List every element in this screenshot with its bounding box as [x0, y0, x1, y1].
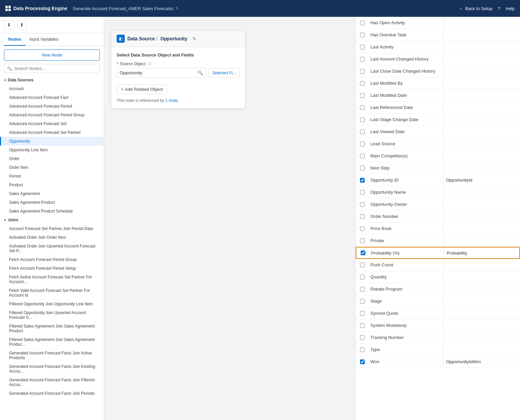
- sidebar-item-filtered-opportunity-join-upserted[interactable]: Filtered Opportunity Join Upserted Accou…: [0, 308, 104, 322]
- field-alias-last-viewed-date[interactable]: [443, 126, 520, 137]
- sidebar-item-fetch-valid-acct-forecast-set-partner[interactable]: Fetch Valid Account Forecast Set Partner…: [0, 286, 104, 300]
- checkbox-last-activity[interactable]: [360, 45, 365, 49]
- checkbox-next-step[interactable]: [360, 166, 365, 170]
- sidebar-item-filtered-opportunity-join-line-item[interactable]: Filtered Opportunity Join Opportunity Li…: [0, 300, 104, 308]
- sidebar-item-generated-acct-forecast-facts-join-existing[interactable]: Generated Account Forecast Facts Join Ex…: [0, 362, 104, 376]
- checkbox-system-modstamp[interactable]: [360, 323, 365, 328]
- sidebar-item-sales-agreement-product[interactable]: Sales Agreement Product: [0, 198, 104, 207]
- checkbox-push-count[interactable]: [360, 263, 365, 267]
- sidebar-item-generated-acct-forecast-facts-join-periods[interactable]: Generated Account Forecast Facts Join Pe…: [0, 389, 104, 398]
- back-to-setup-link[interactable]: ← Back to Setup: [459, 6, 492, 11]
- checkbox-tracking-number[interactable]: [360, 335, 365, 340]
- checkbox-last-viewed-date[interactable]: [360, 129, 365, 134]
- group-joins[interactable]: ▾ Joins: [0, 216, 104, 224]
- sidebar-item-filtered-sales-agreement-join-produc[interactable]: Filtered Sales Agreement Join Sales Agre…: [0, 335, 104, 349]
- sidebar-item-filtered-sales-agreement-join-product[interactable]: Filtered Sales Agreement Join Sales Agre…: [0, 322, 104, 335]
- checkbox-stage[interactable]: [360, 299, 365, 304]
- sidebar-item-adv-acct-forecast-period-group[interactable]: Advanced Account Forecast Period Group: [0, 111, 104, 119]
- sidebar-item-adv-acct-forecast-set-partner[interactable]: Advanced Account Forecast Set Partner: [0, 128, 104, 137]
- tab-nodes[interactable]: Nodes: [4, 33, 26, 46]
- field-alias-quantity[interactable]: [443, 272, 520, 282]
- field-alias-has-overdue-task[interactable]: [443, 30, 520, 40]
- checkbox-synced-quote[interactable]: [360, 311, 365, 316]
- field-alias-rebate-program[interactable]: [443, 284, 520, 294]
- checkbox-opportunity-owner[interactable]: [360, 202, 365, 207]
- sidebar-item-sales-agreement[interactable]: Sales Agreement: [0, 189, 104, 198]
- sidebar-item-fetch-acct-forecast-period-setup[interactable]: Fetch Account Forecast Period Setup: [0, 264, 104, 273]
- sidebar-item-opportunity[interactable]: Opportunity: [0, 137, 104, 146]
- sidebar-item-activated-order-join-upserted[interactable]: Activated Order Join Upserted Account Fo…: [0, 242, 104, 255]
- checkbox-order-number[interactable]: [360, 214, 365, 219]
- checkbox-last-close-date-changed-history[interactable]: [360, 69, 365, 74]
- edit-title-icon[interactable]: ✎: [175, 6, 179, 11]
- sidebar-item-opportunity-line-item[interactable]: Opportunity Line Item: [0, 146, 104, 154]
- field-alias-lead-source[interactable]: [443, 139, 520, 149]
- sidebar-item-account[interactable]: Account: [0, 84, 104, 93]
- field-alias-tracking-number[interactable]: [443, 332, 520, 343]
- group-data-sources[interactable]: ▾ Data Sources: [0, 76, 104, 84]
- edit-datasource-icon[interactable]: ✎: [193, 36, 196, 41]
- checkbox-opportunity-id[interactable]: [360, 178, 365, 183]
- field-alias-has-open-activity[interactable]: [443, 17, 520, 28]
- node-reference-link[interactable]: 1 node.: [165, 98, 179, 103]
- sidebar-item-generated-acct-forecast-facts-join-filtered[interactable]: Generated Account Forecast Facts Join Fi…: [0, 376, 104, 389]
- sidebar-item-acct-forecast-set-partner-join-period-data[interactable]: Account Forecast Set Partner Join Period…: [0, 224, 104, 233]
- sidebar-item-order[interactable]: Order: [0, 154, 104, 163]
- sidebar-item-sales-agreement-product-schedule[interactable]: Sales Agreement Product Schedule: [0, 207, 104, 216]
- field-alias-main-competitor[interactable]: [443, 151, 520, 161]
- tab-input-variables[interactable]: Input Variables: [26, 33, 63, 46]
- checkbox-probability[interactable]: [361, 251, 365, 255]
- field-alias-last-modified-by[interactable]: [443, 78, 520, 88]
- field-alias-last-activity[interactable]: [443, 42, 520, 52]
- sidebar-item-adv-acct-forecast-period[interactable]: Advanced Account Forecast Period: [0, 102, 104, 111]
- sidebar-item-fetch-active-acct-forecast-set-partner[interactable]: Fetch Active Account Forecast Set Partne…: [0, 273, 104, 286]
- field-alias-synced-quote[interactable]: [443, 308, 520, 318]
- field-alias-last-stage-change-date[interactable]: [443, 114, 520, 125]
- sidebar-item-activated-order-join-order-item[interactable]: Activated Order Join Order Item: [0, 233, 104, 242]
- field-alias-push-count[interactable]: [443, 260, 520, 270]
- checkbox-lead-source[interactable]: [360, 142, 365, 146]
- checkbox-opportunity-name[interactable]: [360, 190, 365, 195]
- checkbox-private[interactable]: [360, 238, 365, 243]
- sidebar-item-fetch-acct-forecast-period-group[interactable]: Fetch Account Forecast Period Group: [0, 255, 104, 264]
- field-alias-next-step[interactable]: [443, 163, 520, 173]
- field-alias-probability[interactable]: [444, 248, 519, 258]
- search-nodes-box[interactable]: 🔍: [4, 64, 100, 73]
- checkbox-has-overdue-task[interactable]: [360, 33, 365, 37]
- checkbox-last-modified-by[interactable]: [360, 81, 365, 86]
- sidebar-item-adv-acct-forecast-fact[interactable]: Advanced Account Forecast Fact: [0, 93, 104, 102]
- checkbox-last-amount-changed-history[interactable]: [360, 57, 365, 62]
- search-nodes-input[interactable]: [14, 66, 97, 71]
- field-alias-stage[interactable]: [443, 296, 520, 306]
- checkbox-last-modified-date[interactable]: [360, 93, 365, 98]
- field-alias-type[interactable]: [443, 344, 520, 355]
- checkbox-main-competitor[interactable]: [360, 154, 365, 158]
- checkbox-rebate-program[interactable]: [360, 287, 365, 292]
- field-alias-price-book[interactable]: [443, 223, 520, 234]
- checkbox-has-open-activity[interactable]: [360, 21, 365, 25]
- sidebar-item-generated-acct-forecast-facts-join-active-products[interactable]: Generated Account Forecast Facts Join Ac…: [0, 349, 104, 362]
- help-icon[interactable]: ?: [498, 6, 500, 11]
- field-alias-private[interactable]: [443, 235, 520, 246]
- sidebar-item-product[interactable]: Product: [0, 181, 104, 189]
- field-alias-opportunity-id[interactable]: [443, 175, 520, 185]
- sidebar-item-order-item[interactable]: Order Item: [0, 163, 104, 172]
- field-alias-won[interactable]: [443, 356, 520, 367]
- help-tooltip-icon[interactable]: ⓘ: [148, 62, 152, 66]
- field-alias-last-amount-changed-history[interactable]: [443, 54, 520, 64]
- checkbox-quantity[interactable]: [360, 275, 365, 279]
- selected-fields-button[interactable]: Selected Fi...: [209, 68, 240, 78]
- field-alias-opportunity-owner[interactable]: [443, 199, 520, 209]
- field-alias-last-referenced-date[interactable]: [443, 102, 520, 113]
- field-alias-system-modstamp[interactable]: [443, 320, 520, 331]
- field-alias-last-close-date-changed-history[interactable]: [443, 66, 520, 76]
- checkbox-last-stage-change-date[interactable]: [360, 117, 365, 122]
- checkbox-last-referenced-date[interactable]: [360, 105, 365, 110]
- upload-button[interactable]: ⬆: [17, 20, 27, 30]
- source-object-input[interactable]: Opportunity 🔍: [117, 68, 206, 78]
- download-button[interactable]: ⬇: [4, 20, 14, 30]
- new-node-button[interactable]: New Node: [4, 49, 100, 61]
- field-alias-order-number[interactable]: [443, 211, 520, 222]
- checkbox-price-book[interactable]: [360, 226, 365, 231]
- checkbox-type[interactable]: [360, 347, 365, 352]
